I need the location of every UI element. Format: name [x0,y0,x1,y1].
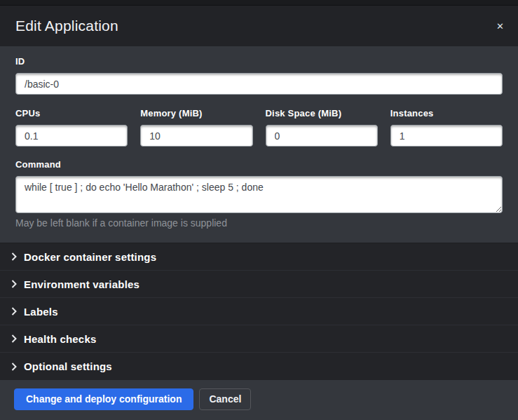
section-docker-container-settings[interactable]: Docker container settings [0,243,518,271]
edit-application-modal: Edit Application ✕ ID CPUs Memory (MiB) … [0,6,518,420]
cpus-label: CPUs [15,108,128,118]
section-health-checks[interactable]: Health checks [0,325,518,353]
instances-input[interactable] [390,125,503,147]
chevron-right-icon [11,363,24,371]
section-label: Environment variables [24,278,139,290]
resource-field-row: CPUs Memory (MiB) Disk Space (MiB) Insta… [15,108,503,147]
command-label: Command [15,159,503,170]
disk-label: Disk Space (MiB) [266,108,378,118]
cpus-field-group: CPUs [15,108,128,147]
change-and-deploy-button[interactable]: Change and deploy configuration [14,388,193,410]
cpus-input[interactable] [15,125,128,147]
section-label: Docker container settings [24,251,156,263]
id-input[interactable] [15,73,503,95]
id-field-group: ID [15,56,503,95]
accordion-sections: Docker container settings Environment va… [0,243,518,380]
application-form: ID CPUs Memory (MiB) Disk Space (MiB) In [0,46,518,243]
close-icon[interactable]: ✕ [493,19,507,34]
section-label: Labels [24,306,58,318]
instances-field-group: Instances [390,108,503,147]
section-environment-variables[interactable]: Environment variables [0,271,518,298]
memory-field-group: Memory (MiB) [140,108,252,147]
command-textarea[interactable]: while [ true ] ; do echo 'Hello Marathon… [15,176,503,213]
chevron-right-icon [11,252,24,261]
instances-label: Instances [390,108,503,118]
modal-footer: Change and deploy configuration Cancel [0,380,518,420]
chevron-right-icon [11,280,24,288]
section-label: Optional settings [24,360,112,372]
cancel-button[interactable]: Cancel [199,388,251,410]
modal-title: Edit Application [15,18,118,34]
section-label: Health checks [24,333,96,345]
section-labels[interactable]: Labels [0,298,518,325]
disk-field-group: Disk Space (MiB) [266,108,378,147]
modal-body: ID CPUs Memory (MiB) Disk Space (MiB) In [0,46,518,380]
disk-input[interactable] [266,125,378,147]
modal-header: Edit Application ✕ [0,6,518,46]
chevron-right-icon [11,307,24,316]
id-label: ID [15,56,503,67]
memory-label: Memory (MiB) [140,108,252,118]
memory-input[interactable] [140,125,252,147]
command-field-group: Command while [ true ] ; do echo 'Hello … [15,159,503,229]
chevron-right-icon [11,334,24,343]
section-optional-settings[interactable]: Optional settings [0,353,518,380]
command-help-text: May be left blank if a container image i… [15,217,503,229]
